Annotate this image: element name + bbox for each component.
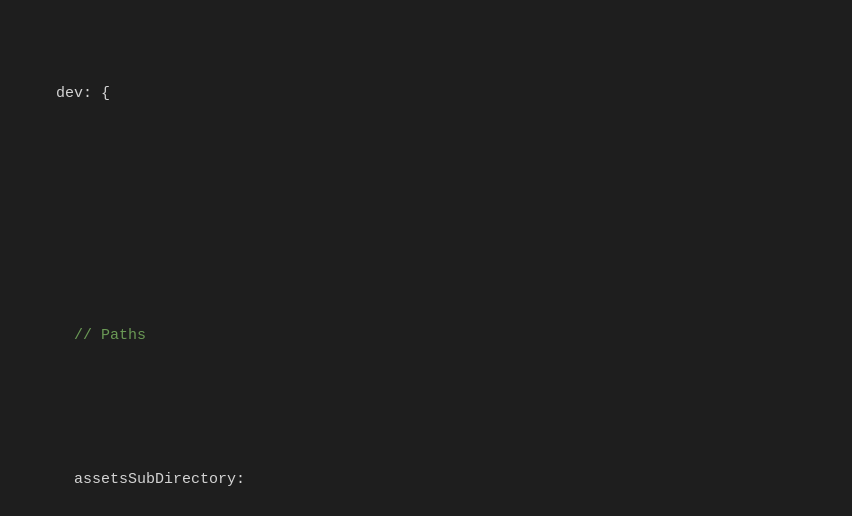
line-empty1 bbox=[20, 204, 832, 228]
code-editor: dev: { // Paths assetsSubDirectory: 'sta… bbox=[20, 10, 832, 516]
line-assets-sub: assetsSubDirectory: 'static', bbox=[20, 444, 832, 516]
line-dev: dev: { bbox=[20, 58, 832, 130]
line-comment-paths: // Paths bbox=[20, 300, 832, 372]
assets-sub-key: assetsSubDirectory: bbox=[74, 471, 245, 488]
dev-keyword: dev: { bbox=[56, 85, 110, 102]
comment-paths: // Paths bbox=[74, 327, 146, 344]
